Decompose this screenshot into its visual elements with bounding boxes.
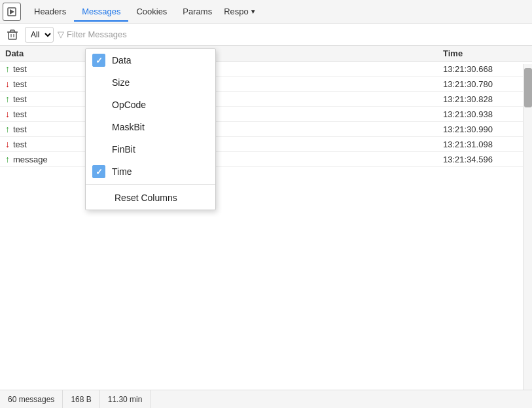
arrow-down-icon: ↓ xyxy=(5,139,10,149)
reset-columns-button[interactable]: Reset Columns xyxy=(86,186,215,210)
checkbox-finbit-placeholder xyxy=(92,143,105,156)
scrollbar-thumb[interactable] xyxy=(524,68,532,107)
tab-cookies[interactable]: Cookies xyxy=(128,3,175,22)
scrollbar[interactable] xyxy=(523,64,532,390)
data-cell: ↑ test xyxy=(0,62,438,77)
checkbox-opcode-placeholder xyxy=(92,98,105,111)
data-cell: ↑ message xyxy=(0,152,438,167)
scroll-col-header xyxy=(523,46,532,62)
arrow-down-icon: ↓ xyxy=(5,79,10,89)
reset-placeholder xyxy=(95,191,108,204)
column-toggle-data[interactable]: Data xyxy=(86,49,215,71)
clear-button[interactable] xyxy=(4,26,21,43)
arrow-up-icon: ↑ xyxy=(5,124,10,134)
tab-params[interactable]: Params xyxy=(175,3,220,22)
table-row[interactable]: ↑ test 13:21:30.668 xyxy=(0,62,532,77)
time-cell: 13:21:31.098 xyxy=(438,137,523,152)
col-header-time: Time xyxy=(438,46,523,62)
arrow-up-icon: ↑ xyxy=(5,64,10,74)
column-label-data: Data xyxy=(112,55,132,65)
reset-columns-label: Reset Columns xyxy=(115,193,177,203)
data-size: 168 B xyxy=(63,390,99,408)
data-cell: ↑ test xyxy=(0,122,438,137)
filter-placeholder[interactable]: Filter Messages xyxy=(67,29,127,39)
duration: 11.30 min xyxy=(100,390,151,408)
data-value: message xyxy=(13,155,48,164)
filter-icon: ▽ xyxy=(58,29,64,39)
data-cell: ↓ test xyxy=(0,137,438,152)
tab-bar: Headers Messages Cookies Params Respo ▼ xyxy=(0,0,532,24)
time-cell: 13:21:30.938 xyxy=(438,107,523,122)
data-value: test xyxy=(13,109,27,119)
tab-response-more[interactable]: Respo ▼ xyxy=(220,3,260,20)
data-value: test xyxy=(13,94,27,104)
more-chevron-icon: ▼ xyxy=(250,8,257,15)
table-row[interactable]: ↑ test 13:21:30.990 xyxy=(0,122,532,137)
column-toggle-opcode[interactable]: OpCode xyxy=(86,94,215,116)
arrow-down-icon: ↓ xyxy=(5,109,10,119)
column-label-maskbit: MaskBit xyxy=(112,122,145,132)
column-label-finbit: FinBit xyxy=(112,144,135,155)
checkbox-size-placeholder xyxy=(92,76,105,89)
messages-table: Data Time ↑ test 13:21:30.668 xyxy=(0,46,532,167)
play-button[interactable] xyxy=(3,3,21,21)
divider xyxy=(86,184,215,185)
data-cell: ↑ test xyxy=(0,92,438,107)
table-container: Data Time ↑ test 13:21:30.668 xyxy=(0,46,532,390)
checkbox-data[interactable] xyxy=(92,54,105,67)
toolbar: All ▽ Filter Messages xyxy=(0,24,532,46)
message-type-filter[interactable]: All xyxy=(25,27,54,43)
data-cell: ↓ test xyxy=(0,77,438,92)
column-label-size: Size xyxy=(112,77,130,88)
table-row[interactable]: ↑ test 13:21:30.828 xyxy=(0,92,532,107)
column-toggle-maskbit[interactable]: MaskBit xyxy=(86,116,215,138)
tab-headers[interactable]: Headers xyxy=(26,3,74,22)
svg-rect-2 xyxy=(9,32,16,39)
table-row[interactable]: ↑ message 13:21:34.596 xyxy=(0,152,532,167)
data-value: test xyxy=(13,64,27,74)
data-value: test xyxy=(13,139,27,149)
checkbox-time[interactable] xyxy=(92,165,105,178)
filter-messages-wrap: ▽ Filter Messages xyxy=(58,29,127,39)
data-value: test xyxy=(13,124,27,134)
data-value: test xyxy=(13,79,27,89)
message-count: 60 messages xyxy=(0,390,63,408)
column-label-opcode: OpCode xyxy=(112,100,146,110)
time-cell: 13:21:30.668 xyxy=(438,62,523,77)
time-cell: 13:21:30.828 xyxy=(438,92,523,107)
tab-messages[interactable]: Messages xyxy=(74,3,128,22)
time-cell: 13:21:30.780 xyxy=(438,77,523,92)
table-row[interactable]: ↓ test 13:21:30.938 xyxy=(0,107,532,122)
column-label-time: Time xyxy=(112,166,132,177)
column-toggle-time[interactable]: Time xyxy=(86,160,215,183)
table-row[interactable]: ↓ test 13:21:30.780 xyxy=(0,77,532,92)
data-cell: ↓ test xyxy=(0,107,438,122)
column-toggle-size[interactable]: Size xyxy=(86,71,215,94)
svg-marker-1 xyxy=(10,9,14,14)
time-cell: 13:21:30.990 xyxy=(438,122,523,137)
column-selector-dropdown: Data Size OpCode MaskBit FinBit Time xyxy=(85,48,216,210)
checkbox-maskbit-placeholder xyxy=(92,121,105,134)
arrow-up-icon: ↑ xyxy=(5,154,10,164)
column-toggle-finbit[interactable]: FinBit xyxy=(86,138,215,160)
arrow-up-icon: ↑ xyxy=(5,94,10,104)
col-header-data: Data xyxy=(0,46,438,62)
table-row[interactable]: ↓ test 13:21:31.098 xyxy=(0,137,532,152)
status-bar: 60 messages 168 B 11.30 min xyxy=(0,390,532,408)
time-cell: 13:21:34.596 xyxy=(438,152,523,167)
